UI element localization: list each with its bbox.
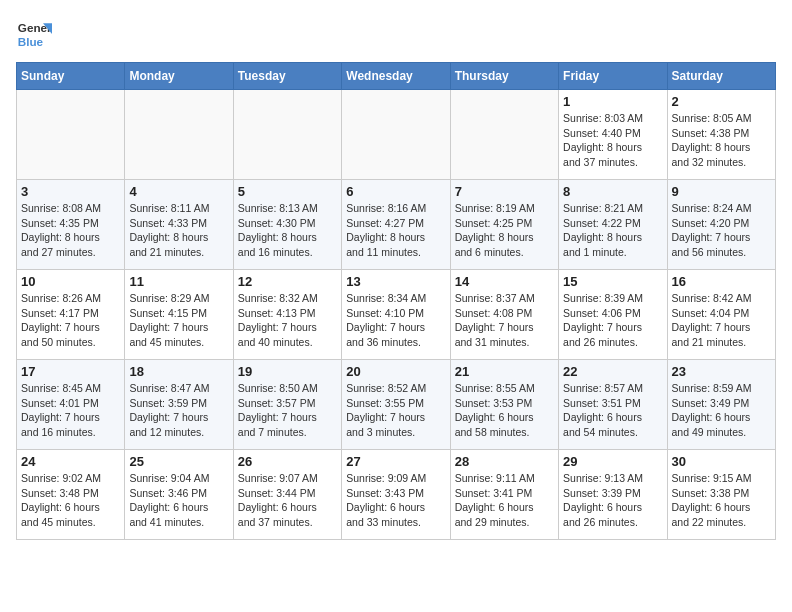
logo: General Blue (16, 16, 52, 52)
day-info: Sunrise: 8:34 AMSunset: 4:10 PMDaylight:… (346, 291, 445, 350)
calendar-cell: 28Sunrise: 9:11 AMSunset: 3:41 PMDayligh… (450, 450, 558, 540)
day-info: Sunrise: 8:47 AMSunset: 3:59 PMDaylight:… (129, 381, 228, 440)
calendar-cell: 17Sunrise: 8:45 AMSunset: 4:01 PMDayligh… (17, 360, 125, 450)
day-number: 4 (129, 184, 228, 199)
day-info: Sunrise: 9:02 AMSunset: 3:48 PMDaylight:… (21, 471, 120, 530)
day-number: 18 (129, 364, 228, 379)
day-number: 22 (563, 364, 662, 379)
calendar-cell (450, 90, 558, 180)
day-number: 20 (346, 364, 445, 379)
day-number: 10 (21, 274, 120, 289)
day-info: Sunrise: 9:07 AMSunset: 3:44 PMDaylight:… (238, 471, 337, 530)
calendar-cell: 8Sunrise: 8:21 AMSunset: 4:22 PMDaylight… (559, 180, 667, 270)
calendar-cell: 5Sunrise: 8:13 AMSunset: 4:30 PMDaylight… (233, 180, 341, 270)
weekday-header-friday: Friday (559, 63, 667, 90)
day-info: Sunrise: 8:03 AMSunset: 4:40 PMDaylight:… (563, 111, 662, 170)
weekday-header-tuesday: Tuesday (233, 63, 341, 90)
day-number: 26 (238, 454, 337, 469)
day-info: Sunrise: 8:52 AMSunset: 3:55 PMDaylight:… (346, 381, 445, 440)
calendar-cell: 15Sunrise: 8:39 AMSunset: 4:06 PMDayligh… (559, 270, 667, 360)
calendar-cell: 19Sunrise: 8:50 AMSunset: 3:57 PMDayligh… (233, 360, 341, 450)
day-info: Sunrise: 8:42 AMSunset: 4:04 PMDaylight:… (672, 291, 771, 350)
day-number: 11 (129, 274, 228, 289)
calendar-week-1: 1Sunrise: 8:03 AMSunset: 4:40 PMDaylight… (17, 90, 776, 180)
calendar-cell: 1Sunrise: 8:03 AMSunset: 4:40 PMDaylight… (559, 90, 667, 180)
calendar-cell: 23Sunrise: 8:59 AMSunset: 3:49 PMDayligh… (667, 360, 775, 450)
day-info: Sunrise: 9:09 AMSunset: 3:43 PMDaylight:… (346, 471, 445, 530)
day-info: Sunrise: 8:32 AMSunset: 4:13 PMDaylight:… (238, 291, 337, 350)
calendar-cell (17, 90, 125, 180)
day-number: 25 (129, 454, 228, 469)
day-info: Sunrise: 8:45 AMSunset: 4:01 PMDaylight:… (21, 381, 120, 440)
day-number: 19 (238, 364, 337, 379)
day-number: 2 (672, 94, 771, 109)
day-info: Sunrise: 8:19 AMSunset: 4:25 PMDaylight:… (455, 201, 554, 260)
day-info: Sunrise: 9:04 AMSunset: 3:46 PMDaylight:… (129, 471, 228, 530)
weekday-header-monday: Monday (125, 63, 233, 90)
day-number: 16 (672, 274, 771, 289)
day-info: Sunrise: 8:55 AMSunset: 3:53 PMDaylight:… (455, 381, 554, 440)
calendar-cell: 26Sunrise: 9:07 AMSunset: 3:44 PMDayligh… (233, 450, 341, 540)
day-number: 9 (672, 184, 771, 199)
calendar-week-3: 10Sunrise: 8:26 AMSunset: 4:17 PMDayligh… (17, 270, 776, 360)
day-info: Sunrise: 8:11 AMSunset: 4:33 PMDaylight:… (129, 201, 228, 260)
day-number: 3 (21, 184, 120, 199)
page-header: General Blue (16, 16, 776, 52)
calendar-cell: 14Sunrise: 8:37 AMSunset: 4:08 PMDayligh… (450, 270, 558, 360)
calendar-week-4: 17Sunrise: 8:45 AMSunset: 4:01 PMDayligh… (17, 360, 776, 450)
day-info: Sunrise: 8:37 AMSunset: 4:08 PMDaylight:… (455, 291, 554, 350)
day-number: 24 (21, 454, 120, 469)
calendar-cell: 29Sunrise: 9:13 AMSunset: 3:39 PMDayligh… (559, 450, 667, 540)
day-info: Sunrise: 8:05 AMSunset: 4:38 PMDaylight:… (672, 111, 771, 170)
calendar-cell: 7Sunrise: 8:19 AMSunset: 4:25 PMDaylight… (450, 180, 558, 270)
calendar: SundayMondayTuesdayWednesdayThursdayFrid… (16, 62, 776, 540)
weekday-header-wednesday: Wednesday (342, 63, 450, 90)
day-info: Sunrise: 9:13 AMSunset: 3:39 PMDaylight:… (563, 471, 662, 530)
day-number: 17 (21, 364, 120, 379)
weekday-header-sunday: Sunday (17, 63, 125, 90)
calendar-cell (125, 90, 233, 180)
weekday-header-row: SundayMondayTuesdayWednesdayThursdayFrid… (17, 63, 776, 90)
weekday-header-thursday: Thursday (450, 63, 558, 90)
weekday-header-saturday: Saturday (667, 63, 775, 90)
calendar-cell: 30Sunrise: 9:15 AMSunset: 3:38 PMDayligh… (667, 450, 775, 540)
calendar-cell: 6Sunrise: 8:16 AMSunset: 4:27 PMDaylight… (342, 180, 450, 270)
calendar-cell: 4Sunrise: 8:11 AMSunset: 4:33 PMDaylight… (125, 180, 233, 270)
day-info: Sunrise: 8:08 AMSunset: 4:35 PMDaylight:… (21, 201, 120, 260)
day-number: 8 (563, 184, 662, 199)
calendar-cell: 24Sunrise: 9:02 AMSunset: 3:48 PMDayligh… (17, 450, 125, 540)
day-info: Sunrise: 8:16 AMSunset: 4:27 PMDaylight:… (346, 201, 445, 260)
day-info: Sunrise: 8:59 AMSunset: 3:49 PMDaylight:… (672, 381, 771, 440)
calendar-cell: 2Sunrise: 8:05 AMSunset: 4:38 PMDaylight… (667, 90, 775, 180)
day-number: 21 (455, 364, 554, 379)
day-number: 15 (563, 274, 662, 289)
logo-icon: General Blue (16, 16, 52, 52)
calendar-cell: 11Sunrise: 8:29 AMSunset: 4:15 PMDayligh… (125, 270, 233, 360)
calendar-week-2: 3Sunrise: 8:08 AMSunset: 4:35 PMDaylight… (17, 180, 776, 270)
day-number: 13 (346, 274, 445, 289)
day-number: 7 (455, 184, 554, 199)
day-info: Sunrise: 8:50 AMSunset: 3:57 PMDaylight:… (238, 381, 337, 440)
day-info: Sunrise: 8:24 AMSunset: 4:20 PMDaylight:… (672, 201, 771, 260)
calendar-cell: 3Sunrise: 8:08 AMSunset: 4:35 PMDaylight… (17, 180, 125, 270)
calendar-cell: 27Sunrise: 9:09 AMSunset: 3:43 PMDayligh… (342, 450, 450, 540)
day-info: Sunrise: 8:29 AMSunset: 4:15 PMDaylight:… (129, 291, 228, 350)
day-info: Sunrise: 8:21 AMSunset: 4:22 PMDaylight:… (563, 201, 662, 260)
day-number: 29 (563, 454, 662, 469)
day-info: Sunrise: 8:26 AMSunset: 4:17 PMDaylight:… (21, 291, 120, 350)
day-number: 28 (455, 454, 554, 469)
day-number: 23 (672, 364, 771, 379)
day-number: 12 (238, 274, 337, 289)
svg-text:Blue: Blue (18, 35, 44, 48)
calendar-cell: 25Sunrise: 9:04 AMSunset: 3:46 PMDayligh… (125, 450, 233, 540)
calendar-week-5: 24Sunrise: 9:02 AMSunset: 3:48 PMDayligh… (17, 450, 776, 540)
day-number: 6 (346, 184, 445, 199)
day-number: 27 (346, 454, 445, 469)
calendar-cell: 10Sunrise: 8:26 AMSunset: 4:17 PMDayligh… (17, 270, 125, 360)
calendar-cell: 20Sunrise: 8:52 AMSunset: 3:55 PMDayligh… (342, 360, 450, 450)
calendar-cell: 13Sunrise: 8:34 AMSunset: 4:10 PMDayligh… (342, 270, 450, 360)
calendar-cell (342, 90, 450, 180)
day-number: 30 (672, 454, 771, 469)
calendar-cell: 16Sunrise: 8:42 AMSunset: 4:04 PMDayligh… (667, 270, 775, 360)
day-info: Sunrise: 9:11 AMSunset: 3:41 PMDaylight:… (455, 471, 554, 530)
